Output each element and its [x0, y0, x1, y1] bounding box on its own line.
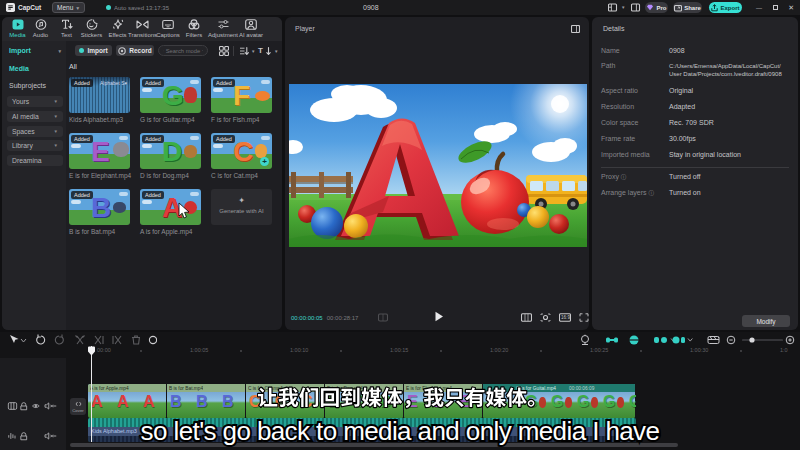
- svg-text:16:9: 16:9: [561, 315, 570, 320]
